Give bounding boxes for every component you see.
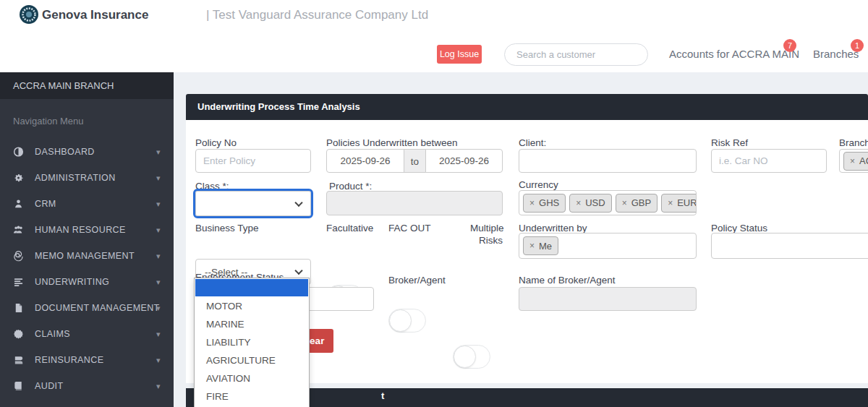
remove-tag-icon[interactable]: × — [850, 156, 855, 166]
topbar: Genova Insurance | Test Vanguard Assuran… — [0, 0, 868, 72]
dropdown-option-fire[interactable]: FIRE — [195, 387, 309, 406]
date-range-label: Policies Underwritten between — [326, 137, 458, 148]
fac-out-label: FAC OUT — [388, 223, 431, 234]
log-issue-button[interactable]: Log Issue — [437, 45, 482, 64]
dropdown-option-motor[interactable]: MOTOR — [195, 297, 309, 315]
branch-multiselect[interactable]: ×AC — [839, 149, 868, 173]
chevron-down-icon: ▾ — [156, 200, 161, 209]
class-dropdown-menu: MOTOR MARINE LIABILITY AGRICULTURE AVIAT… — [194, 278, 310, 407]
remove-tag-icon[interactable]: × — [529, 241, 535, 251]
branch-label: Branch — [839, 137, 868, 148]
underwritten-by-label: Underwritten by — [519, 223, 587, 234]
tag-label: EUR — [677, 197, 697, 208]
date-to-input[interactable] — [425, 149, 503, 173]
people-icon — [13, 225, 24, 236]
app-window: Genova Insurance | Test Vanguard Assuran… — [0, 0, 868, 407]
policy-status-input[interactable] — [711, 233, 868, 259]
chevron-down-icon: ▾ — [156, 252, 161, 261]
broker-agent-label: Broker/Agent — [388, 275, 446, 286]
chevron-down-icon — [294, 267, 302, 275]
currency-tag[interactable]: ×EUR — [661, 194, 697, 213]
sidebar-item-document-management[interactable]: DOCUMENT MANAGEMENT ▾ — [0, 295, 174, 321]
currency-tag[interactable]: ×USD — [569, 194, 611, 213]
bottom-panel-title-fragment: t — [381, 390, 384, 401]
date-from-input[interactable] — [326, 149, 404, 173]
seal-icon — [13, 329, 24, 340]
currency-tag[interactable]: ×GBP — [616, 194, 658, 213]
sidebar-item-underwriting[interactable]: UNDERWRITING ▾ — [0, 269, 174, 295]
chevron-down-icon: ▾ — [156, 382, 161, 391]
dropdown-option-empty[interactable] — [195, 279, 308, 296]
customer-search-input[interactable] — [504, 43, 648, 66]
brand-logo-icon — [19, 4, 39, 27]
sidebar-item-reinsurance[interactable]: REINSURANCE ▾ — [0, 347, 174, 373]
sidebar-item-administration[interactable]: ADMINISTRATION ▾ — [0, 165, 174, 191]
currency-multiselect[interactable]: ×GHS ×USD ×GBP ×EUR — [519, 190, 697, 215]
chevron-down-icon: ▾ — [156, 330, 161, 339]
risk-ref-input[interactable] — [711, 149, 827, 173]
class-select[interactable] — [195, 191, 311, 216]
chevron-down-icon: ▾ — [156, 173, 161, 183]
chevron-down-icon: ▾ — [156, 278, 161, 287]
product-label: Product *: — [329, 181, 372, 192]
chevron-down-icon: ▾ — [156, 147, 161, 157]
sidebar-item-label: REINSURANCE — [35, 355, 103, 365]
underwritten-by-multiselect[interactable]: ×Me — [519, 233, 697, 259]
toggle-knob — [454, 346, 476, 368]
sidebar-item-label: DASHBOARD — [35, 147, 95, 157]
broker-name-input — [519, 287, 697, 311]
multiple-risks-label-line1: Multiple — [470, 223, 503, 234]
date-range-separator: to — [404, 149, 426, 173]
facultative-label: Facultative — [326, 223, 373, 234]
sidebar-item-label: ADMINISTRATION — [35, 173, 116, 183]
file-icon — [13, 303, 24, 314]
remove-tag-icon[interactable]: × — [576, 198, 581, 208]
broker-name-label: Name of Broker/Agent — [519, 275, 616, 286]
book-icon — [13, 381, 24, 392]
dropdown-option-aviation[interactable]: AVIATION — [195, 369, 309, 387]
sidebar-item-label: MEMO MANAGEMENT — [35, 251, 135, 261]
list-lines-icon — [13, 277, 24, 288]
sidebar-item-audit[interactable]: AUDIT ▾ — [0, 373, 174, 399]
fac-out-toggle[interactable] — [388, 309, 426, 333]
chevron-down-icon: ▾ — [156, 356, 161, 365]
dropdown-option-marine[interactable]: MARINE — [195, 315, 309, 333]
panel-title: Underwriting Process Time Analysis — [186, 94, 868, 120]
tag-label: GBP — [631, 197, 651, 208]
company-name: | Test Vanguard Assurance Company Ltd — [206, 8, 428, 22]
multiple-risks-toggle[interactable] — [453, 345, 490, 369]
brand-name: Genova Insurance — [42, 8, 148, 22]
remove-tag-icon[interactable]: × — [668, 198, 673, 208]
sidebar-item-memo-management[interactable]: MEMO MANAGEMENT ▾ — [0, 243, 174, 269]
client-input[interactable] — [519, 149, 697, 173]
sidebar-item-claims[interactable]: CLAIMS ▾ — [0, 321, 174, 347]
policy-status-label: Policy Status — [711, 223, 767, 234]
chevron-down-icon — [294, 198, 302, 206]
multiple-risks-label-line2: Risks — [470, 235, 503, 246]
sidebar-item-human-resource[interactable]: HUMAN RESOURCE ▾ — [0, 217, 174, 243]
remove-tag-icon[interactable]: × — [622, 198, 627, 208]
sidebar-item-label: CRM — [35, 199, 56, 209]
policy-no-label: Policy No — [195, 137, 237, 148]
underwritten-by-tag[interactable]: ×Me — [523, 236, 558, 255]
sidebar-item-dashboard[interactable]: DASHBOARD ▾ — [0, 139, 174, 165]
sidebar-item-crm[interactable]: CRM ▾ — [0, 191, 174, 217]
dropdown-option-agriculture[interactable]: AGRICULTURE — [195, 351, 309, 369]
sidebar-nav-title: Navigation Menu — [13, 116, 84, 127]
toggle-knob — [389, 309, 412, 332]
currency-tag[interactable]: ×GHS — [523, 194, 566, 213]
stack-icon — [13, 355, 24, 366]
sidebar: ACCRA MAIN BRANCH Navigation Menu DASHBO… — [0, 72, 174, 407]
tag-label: GHS — [539, 197, 559, 208]
tag-label: AC — [859, 155, 868, 166]
product-input — [326, 191, 503, 215]
dropdown-option-liability[interactable]: LIABILITY — [195, 333, 309, 351]
tag-label: USD — [585, 197, 605, 208]
sidebar-item-label: CLAIMS — [35, 329, 70, 339]
policy-no-input[interactable] — [195, 149, 311, 173]
branch-tag[interactable]: ×AC — [843, 152, 868, 171]
sidebar-branch-header: ACCRA MAIN BRANCH — [0, 72, 174, 99]
accounts-link[interactable]: Accounts for ACCRA MAIN — [669, 48, 799, 60]
remove-tag-icon[interactable]: × — [529, 198, 535, 208]
branches-count-badge: 1 — [851, 39, 864, 52]
